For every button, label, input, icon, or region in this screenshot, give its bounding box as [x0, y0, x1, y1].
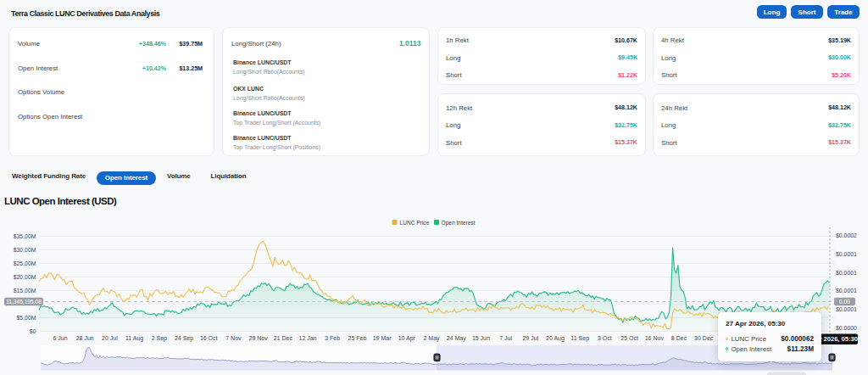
svg-text:24 Sep: 24 Sep	[175, 335, 193, 342]
svg-text:2 Sep: 2 Sep	[152, 335, 167, 342]
svg-text:29 Nov: 29 Nov	[249, 335, 269, 341]
svg-text:15 Jun: 15 Jun	[472, 335, 490, 341]
svg-text:6 Jun: 6 Jun	[53, 335, 67, 341]
svg-text:24 May: 24 May	[447, 335, 466, 342]
svg-text:11 Aug: 11 Aug	[125, 335, 143, 342]
svg-text:11,345,195.08: 11,345,195.08	[6, 299, 42, 305]
svg-text:11 Sep: 11 Sep	[570, 335, 589, 342]
svg-text:$35.00M: $35.00M	[14, 233, 36, 239]
svg-text:7 Nov: 7 Nov	[225, 335, 242, 341]
svg-text:$20.00M: $20.00M	[14, 274, 36, 280]
svg-text:0.00: 0.00	[839, 299, 850, 305]
svg-text:$15.00M: $15.00M	[14, 288, 36, 294]
svg-text:$0.0000: $0.0000	[836, 325, 857, 331]
svg-text:16 Nov: 16 Nov	[645, 335, 665, 341]
svg-text:12 Jan: 12 Jan	[298, 335, 316, 341]
svg-text:$0: $0	[30, 328, 36, 334]
svg-text:28 Jun: 28 Jun	[76, 335, 94, 341]
svg-text:$0.0001: $0.0001	[836, 288, 857, 294]
svg-text:20 Jul: 20 Jul	[102, 335, 118, 341]
svg-text:20 Aug: 20 Aug	[546, 335, 565, 342]
svg-text:25 Feb: 25 Feb	[348, 335, 367, 341]
svg-text:$0.0002: $0.0002	[836, 232, 857, 238]
svg-text:3 Oct: 3 Oct	[598, 335, 612, 341]
svg-text:29 Jul: 29 Jul	[522, 335, 538, 341]
svg-text:19 Mar: 19 Mar	[373, 335, 392, 341]
svg-text:$5.00M: $5.00M	[17, 315, 36, 321]
svg-text:30 Dec: 30 Dec	[694, 335, 714, 341]
svg-text:2 May: 2 May	[423, 335, 440, 342]
svg-text:LUNC Price: LUNC Price	[400, 220, 430, 226]
svg-text:$25.00M: $25.00M	[14, 260, 36, 266]
svg-text:Open Interest: Open Interest	[442, 220, 476, 227]
svg-text:25 Oct: 25 Oct	[620, 335, 638, 341]
svg-text:$30.00M: $30.00M	[14, 247, 36, 253]
svg-text:10 Apr: 10 Apr	[398, 335, 416, 342]
svg-text:$0.0001: $0.0001	[836, 270, 857, 276]
svg-text:16 Oct: 16 Oct	[200, 335, 218, 341]
svg-text:21 Dec: 21 Dec	[274, 335, 293, 341]
svg-text:$0.0001: $0.0001	[836, 306, 857, 312]
svg-text:8 Dec: 8 Dec	[671, 335, 687, 341]
svg-text:3 Feb: 3 Feb	[325, 335, 340, 341]
svg-text:7 Jul: 7 Jul	[499, 335, 512, 341]
svg-text:$0.0001: $0.0001	[836, 251, 857, 257]
